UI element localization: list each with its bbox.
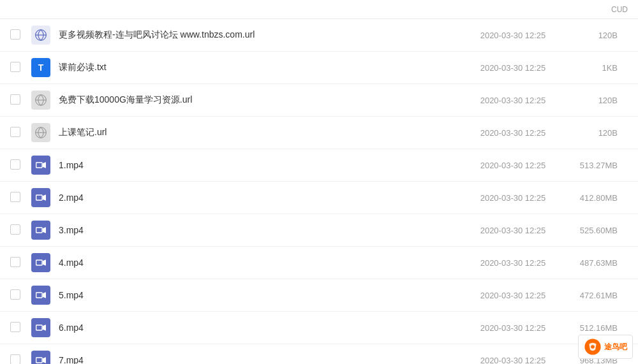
- file-date: 2020-03-30 12:25: [462, 161, 564, 170]
- file-type-icon: [31, 123, 50, 142]
- file-checkbox[interactable]: [10, 159, 20, 170]
- svg-rect-20: [36, 293, 41, 298]
- file-name[interactable]: 免费下载10000G海量学习资源.url: [54, 94, 462, 106]
- table-row: 2.mp42020-03-30 12:25412.80MB: [0, 182, 638, 214]
- top-bar: CUD: [0, 0, 638, 19]
- table-row: 更多视频教程-连与吧风讨论坛 www.tnbzs.com.url2020-03-…: [0, 19, 638, 52]
- file-date: 2020-03-30 12:25: [462, 31, 564, 40]
- table-row: 免费下载10000G海量学习资源.url2020-03-30 12:25120B: [0, 84, 638, 117]
- file-checkbox[interactable]: [10, 94, 20, 105]
- file-date: 2020-03-30 12:25: [462, 258, 564, 268]
- table-row: 7.mp42020-03-30 12:25968.13MB: [0, 344, 638, 364]
- file-checkbox[interactable]: [10, 322, 20, 332]
- file-size: 513.27MB: [564, 161, 628, 170]
- watermark-logo-icon: [584, 338, 602, 356]
- svg-rect-23: [36, 326, 41, 330]
- file-type-icon: [31, 91, 50, 110]
- file-checkbox[interactable]: [10, 62, 20, 72]
- file-type-icon: [31, 286, 50, 305]
- file-name[interactable]: 1.mp4: [54, 160, 462, 170]
- file-name[interactable]: 5.mp4: [54, 290, 462, 300]
- file-checkbox[interactable]: [10, 29, 20, 40]
- svg-marker-7: [43, 162, 46, 168]
- file-name[interactable]: 7.mp4: [54, 355, 462, 364]
- file-type-icon: [31, 351, 50, 364]
- table-row: T课前必读.txt2020-03-30 12:251KB: [0, 52, 638, 84]
- svg-rect-17: [36, 261, 41, 265]
- file-date: 2020-03-30 12:25: [462, 323, 564, 333]
- file-date: 2020-03-30 12:25: [462, 128, 564, 138]
- file-date: 2020-03-30 12:25: [462, 226, 564, 235]
- top-bar-text: CUD: [611, 5, 628, 14]
- file-name[interactable]: 课前必读.txt: [54, 62, 462, 73]
- file-type-icon: T: [31, 58, 50, 77]
- table-row: 1.mp42020-03-30 12:25513.27MB: [0, 149, 638, 182]
- watermark-text: 途鸟吧: [604, 342, 627, 353]
- file-type-icon: [31, 221, 50, 240]
- svg-marker-19: [43, 292, 46, 298]
- file-size: 120B: [564, 31, 628, 40]
- file-list: 更多视频教程-连与吧风讨论坛 www.tnbzs.com.url2020-03-…: [0, 19, 638, 364]
- svg-marker-13: [43, 227, 46, 233]
- file-type-icon: [31, 25, 50, 45]
- file-date: 2020-03-30 12:25: [462, 291, 564, 300]
- file-type-icon: [31, 188, 50, 207]
- file-type-icon: [31, 253, 50, 272]
- table-row: 上课笔记.url2020-03-30 12:25120B: [0, 117, 638, 149]
- svg-marker-25: [43, 357, 46, 363]
- table-row: 6.mp42020-03-30 12:25512.16MB: [0, 312, 638, 344]
- file-name[interactable]: 4.mp4: [54, 258, 462, 268]
- svg-point-29: [591, 345, 595, 349]
- file-name[interactable]: 2.mp4: [54, 193, 462, 203]
- svg-rect-26: [36, 358, 41, 363]
- file-type-icon: [31, 318, 50, 337]
- file-checkbox[interactable]: [10, 192, 20, 202]
- svg-rect-11: [36, 196, 41, 200]
- file-size: 512.16MB: [564, 323, 628, 333]
- watermark-badge: 途鸟吧: [578, 335, 633, 359]
- file-date: 2020-03-30 12:25: [462, 356, 564, 365]
- file-name[interactable]: 3.mp4: [54, 225, 462, 235]
- file-date: 2020-03-30 12:25: [462, 63, 564, 73]
- file-size: 412.80MB: [564, 193, 628, 203]
- table-row: 3.mp42020-03-30 12:25525.60MB: [0, 214, 638, 247]
- file-checkbox[interactable]: [10, 224, 20, 235]
- file-name[interactable]: 更多视频教程-连与吧风讨论坛 www.tnbzs.com.url: [54, 29, 462, 41]
- file-size: 120B: [564, 128, 628, 138]
- file-size: 487.63MB: [564, 258, 628, 268]
- svg-rect-8: [36, 163, 41, 168]
- file-size: 472.61MB: [564, 291, 628, 300]
- file-size: 120B: [564, 96, 628, 105]
- file-date: 2020-03-30 12:25: [462, 193, 564, 203]
- file-checkbox[interactable]: [10, 354, 20, 365]
- file-size: 1KB: [564, 63, 628, 73]
- svg-rect-14: [36, 228, 41, 233]
- file-date: 2020-03-30 12:25: [462, 96, 564, 105]
- file-size: 525.60MB: [564, 226, 628, 235]
- file-name[interactable]: 6.mp4: [54, 323, 462, 333]
- file-checkbox[interactable]: [10, 127, 20, 137]
- svg-marker-16: [43, 259, 46, 265]
- table-row: 4.mp42020-03-30 12:25487.63MB: [0, 247, 638, 279]
- file-name[interactable]: 上课笔记.url: [54, 127, 462, 138]
- file-checkbox[interactable]: [10, 257, 20, 267]
- svg-marker-22: [43, 324, 46, 330]
- file-checkbox[interactable]: [10, 289, 20, 300]
- svg-marker-10: [43, 194, 46, 200]
- file-type-icon: [31, 156, 50, 175]
- table-row: 5.mp42020-03-30 12:25472.61MB: [0, 279, 638, 312]
